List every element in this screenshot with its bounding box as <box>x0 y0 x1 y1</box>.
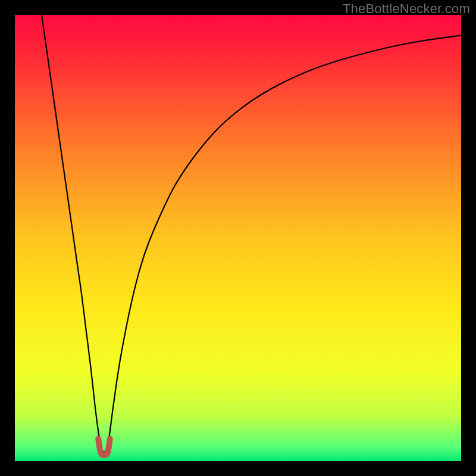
plot-area <box>15 15 461 461</box>
gradient-background <box>15 15 461 461</box>
bottleneck-chart <box>15 15 461 461</box>
chart-frame: TheBottleNecker.com <box>0 0 476 476</box>
